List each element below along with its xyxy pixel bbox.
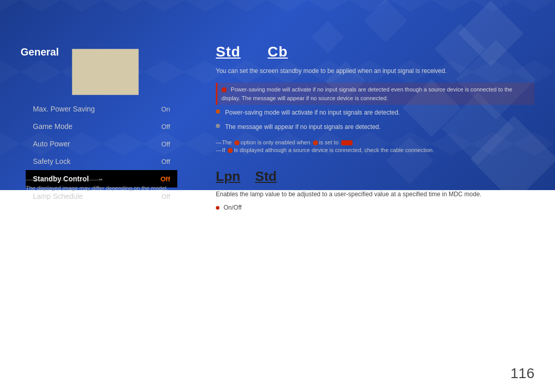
menu-item-label: Lamp Schedule — [33, 192, 83, 200]
inline-tag-1 — [341, 140, 353, 145]
menu-item-label: Standby Control — [33, 175, 89, 183]
bullet-icon-1 — [216, 109, 220, 114]
bullet-item-1: Power-saving mode will activate if no in… — [216, 108, 534, 117]
bullet-icon-2 — [216, 124, 220, 128]
divider-line — [26, 180, 103, 180]
title-cb: Cb — [268, 44, 288, 60]
menu-item-value: Off — [161, 140, 170, 148]
standby-control-title: Std Cb — [216, 44, 534, 60]
sidebar-disclaimer: The displayed image may differ depending… — [26, 185, 170, 191]
menu-item-game-mode[interactable]: Game Mode Off — [26, 118, 177, 135]
note-line-2: If is displayed although a source device… — [216, 147, 534, 153]
title-std2: Std — [255, 169, 277, 184]
lamp-bullet-item: On/Off — [216, 204, 534, 211]
menu-item-label: Safety Lock — [33, 157, 70, 165]
inline-icon-1 — [234, 140, 239, 145]
bullet-text-2: The message will appear if no input sign… — [225, 122, 534, 132]
menu-item-auto-power[interactable]: Auto Power Off — [26, 135, 177, 153]
menu-item-value: Off — [161, 158, 170, 165]
lamp-bullet-icon — [216, 206, 219, 210]
page-number: 116 — [510, 365, 534, 382]
sidebar: General — [15, 46, 175, 63]
chevron-down-icon[interactable]: ⌄ — [98, 174, 104, 182]
menu-item-label: Max. Power Saving — [33, 105, 95, 113]
bullet-list: Power-saving mode will activate if no in… — [216, 108, 534, 132]
inline-icon-2 — [313, 140, 318, 145]
title-std: Std — [216, 44, 240, 60]
menu-item-value: Off — [160, 175, 170, 183]
inline-icon-3 — [228, 148, 233, 153]
warning-icon — [221, 87, 227, 92]
menu-item-max-power[interactable]: Max. Power Saving On — [26, 100, 177, 118]
bullet-text-1: Power-saving mode will activate if no in… — [225, 108, 534, 117]
menu-item-value: On — [161, 105, 170, 113]
warning-box: Power-saving mode will activate if no in… — [216, 83, 534, 105]
warning-text: Power-saving mode will activate if no in… — [221, 86, 512, 101]
menu-item-label: Auto Power — [33, 140, 70, 148]
menu-item-value: Off — [161, 123, 170, 130]
title-lpn: Lpn — [216, 169, 240, 184]
bullet-item-2: The message will appear if no input sign… — [216, 122, 534, 132]
menu-item-safety-lock[interactable]: Safety Lock Off — [26, 153, 177, 170]
standby-intro-text: You can set the screen standby mode to b… — [216, 66, 534, 76]
menu-item-label: Game Mode — [33, 122, 72, 130]
white-background — [0, 190, 555, 392]
lamp-schedule-title: Lpn Std — [216, 169, 534, 184]
content-area: Std Cb You can set the screen standby mo… — [216, 44, 534, 214]
note-line-1: The option is only enabled when is set t… — [216, 139, 534, 145]
menu-item-value: Off — [161, 193, 170, 200]
general-title: General — [15, 46, 175, 58]
lamp-intro-text: Enables the lamp value to be adjusted to… — [216, 190, 534, 199]
lamp-bullet-text: On/Off — [224, 204, 242, 211]
